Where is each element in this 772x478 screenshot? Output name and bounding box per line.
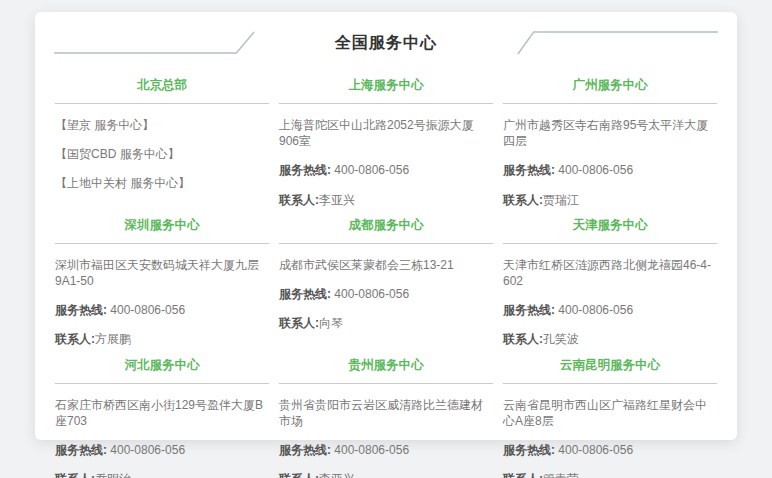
hotline-line: 服务热线: 400-0806-056: [279, 286, 493, 302]
contact-line: 联系人:李亚兴: [279, 471, 493, 478]
hotline-label: 服务热线:: [279, 163, 331, 177]
title-row: 全国服务中心: [53, 24, 719, 62]
contact-line: 联系人:贾瑞江: [503, 192, 717, 208]
address-line: 石家庄市桥西区南小街129号盈伴大厦B座703: [55, 397, 269, 429]
contact-line: 联系人:向琴: [279, 315, 493, 331]
hotline-line: 服务热线: 400-0806-056: [503, 302, 717, 318]
branch-guomao-cbd-line: 【国贸CBD 服务中心】: [55, 146, 269, 162]
branch-wangjing-value: 【望京 服务中心】: [55, 118, 154, 132]
address-line: 天津市红桥区涟源西路北侧龙禧园46-4-602: [503, 257, 717, 289]
address-line: 上海普陀区中山北路2052号振源大厦906室: [279, 117, 493, 149]
address-value: 贵州省贵阳市云岩区威清路比兰德建材市场: [279, 398, 483, 428]
service-center-name: 天津服务中心: [503, 208, 717, 244]
hotline-line: 服务热线: 400-0806-056: [503, 442, 717, 458]
hotline-line: 服务热线: 400-0806-056: [279, 162, 493, 178]
contact-line: 联系人:乔明治: [55, 471, 269, 478]
service-center-details: 【望京 服务中心】【国贸CBD 服务中心】【上地中关村 服务中心】: [55, 117, 269, 192]
service-center-name: 北京总部: [55, 68, 269, 104]
contact-line: 联系人:孔笑波: [503, 331, 717, 347]
hotline-label: 服务热线:: [503, 443, 555, 457]
service-center-card: 上海服务中心 上海普陀区中山北路2052号振源大厦906室服务热线: 400-0…: [277, 68, 495, 208]
address-value: 上海普陀区中山北路2052号振源大厦906室: [279, 118, 474, 148]
hotline-label: 服务热线:: [279, 287, 331, 301]
service-center-card: 云南昆明服务中心 云南省昆明市西山区广福路红星财会中心A座8层服务热线: 400…: [501, 348, 719, 478]
address-line: 贵州省贵阳市云岩区威清路比兰德建材市场: [279, 397, 493, 429]
contact-line: 联系人:管青荣: [503, 471, 717, 478]
page-title: 全国服务中心: [335, 33, 437, 54]
branch-wangjing-line: 【望京 服务中心】: [55, 117, 269, 133]
hotline-line: 服务热线: 400-0806-056: [55, 442, 269, 458]
contact-value: 乔明治: [95, 472, 131, 478]
hotline-line: 服务热线: 400-0806-056: [503, 162, 717, 178]
service-center-card: 贵州服务中心 贵州省贵阳市云岩区威清路比兰德建材市场服务热线: 400-0806…: [277, 348, 495, 478]
address-line: 深圳市福田区天安数码城天祥大厦九层9A1-50: [55, 257, 269, 289]
hotline-value: 400-0806-056: [107, 443, 185, 457]
service-center-name: 深圳服务中心: [55, 208, 269, 244]
hotline-value: 400-0806-056: [331, 287, 409, 301]
contact-value: 贾瑞江: [543, 193, 579, 207]
service-center-details: 广州市越秀区寺右南路95号太平洋大厦四层服务热线: 400-0806-056联系…: [503, 117, 717, 208]
hotline-value: 400-0806-056: [555, 163, 633, 177]
service-centers-grid: 北京总部 【望京 服务中心】【国贸CBD 服务中心】【上地中关村 服务中心】 上…: [53, 68, 719, 478]
contact-value: 李亚兴: [319, 472, 355, 478]
service-center-card: 北京总部 【望京 服务中心】【国贸CBD 服务中心】【上地中关村 服务中心】: [53, 68, 271, 208]
service-center-card: 河北服务中心 石家庄市桥西区南小街129号盈伴大厦B座703服务热线: 400-…: [53, 348, 271, 478]
contact-label: 联系人:: [503, 472, 543, 478]
contact-value: 管青荣: [543, 472, 579, 478]
address-value: 石家庄市桥西区南小街129号盈伴大厦B座703: [55, 398, 263, 428]
title-decoration-right-line: [517, 29, 719, 57]
hotline-label: 服务热线:: [503, 303, 555, 317]
contact-label: 联系人:: [279, 472, 319, 478]
service-center-name: 贵州服务中心: [279, 348, 493, 384]
contact-value: 李亚兴: [319, 193, 355, 207]
contact-label: 联系人:: [503, 332, 543, 346]
hotline-value: 400-0806-056: [555, 303, 633, 317]
contact-label: 联系人:: [279, 193, 319, 207]
service-center-details: 石家庄市桥西区南小街129号盈伴大厦B座703服务热线: 400-0806-05…: [55, 397, 269, 478]
hotline-value: 400-0806-056: [331, 443, 409, 457]
branch-guomao-cbd-value: 【国贸CBD 服务中心】: [55, 147, 180, 161]
service-center-card: 深圳服务中心 深圳市福田区天安数码城天祥大厦九层9A1-50服务热线: 400-…: [53, 208, 271, 348]
service-center-details: 上海普陀区中山北路2052号振源大厦906室服务热线: 400-0806-056…: [279, 117, 493, 208]
service-centers-panel: 全国服务中心 北京总部 【望京 服务中心】【国贸CBD 服务中心】【上地中关村 …: [35, 12, 737, 440]
service-center-name: 广州服务中心: [503, 68, 717, 104]
hotline-value: 400-0806-056: [107, 303, 185, 317]
address-value: 广州市越秀区寺右南路95号太平洋大厦四层: [503, 118, 708, 148]
hotline-label: 服务热线:: [279, 443, 331, 457]
service-center-name: 成都服务中心: [279, 208, 493, 244]
contact-value: 方展鹏: [95, 332, 131, 346]
hotline-label: 服务热线:: [55, 303, 107, 317]
hotline-value: 400-0806-056: [331, 163, 409, 177]
contact-label: 联系人:: [55, 332, 95, 346]
contact-value: 孔笑波: [543, 332, 579, 346]
address-value: 深圳市福田区天安数码城天祥大厦九层9A1-50: [55, 258, 259, 288]
service-center-name: 上海服务中心: [279, 68, 493, 104]
service-center-details: 成都市武侯区莱蒙都会三栋13-21服务热线: 400-0806-056联系人:向…: [279, 257, 493, 332]
hotline-line: 服务热线: 400-0806-056: [279, 442, 493, 458]
service-center-details: 天津市红桥区涟源西路北侧龙禧园46-4-602服务热线: 400-0806-05…: [503, 257, 717, 348]
hotline-line: 服务热线: 400-0806-056: [55, 302, 269, 318]
service-center-name: 云南昆明服务中心: [503, 348, 717, 384]
title-decoration-left-line: [53, 29, 255, 57]
service-center-name: 河北服务中心: [55, 348, 269, 384]
service-center-card: 天津服务中心 天津市红桥区涟源西路北侧龙禧园46-4-602服务热线: 400-…: [501, 208, 719, 348]
contact-value: 向琴: [319, 316, 343, 330]
address-line: 成都市武侯区莱蒙都会三栋13-21: [279, 257, 493, 273]
branch-shangdi-zhongguancun-value: 【上地中关村 服务中心】: [55, 176, 190, 190]
branch-shangdi-zhongguancun-line: 【上地中关村 服务中心】: [55, 175, 269, 191]
service-center-card: 成都服务中心 成都市武侯区莱蒙都会三栋13-21服务热线: 400-0806-0…: [277, 208, 495, 348]
service-center-details: 深圳市福田区天安数码城天祥大厦九层9A1-50服务热线: 400-0806-05…: [55, 257, 269, 348]
address-value: 云南省昆明市西山区广福路红星财会中心A座8层: [503, 398, 707, 428]
hotline-label: 服务热线:: [503, 163, 555, 177]
address-value: 天津市红桥区涟源西路北侧龙禧园46-4-602: [503, 258, 711, 288]
hotline-value: 400-0806-056: [555, 443, 633, 457]
contact-label: 联系人:: [55, 472, 95, 478]
service-center-details: 云南省昆明市西山区广福路红星财会中心A座8层服务热线: 400-0806-056…: [503, 397, 717, 478]
contact-label: 联系人:: [503, 193, 543, 207]
service-center-details: 贵州省贵阳市云岩区威清路比兰德建材市场服务热线: 400-0806-056联系人…: [279, 397, 493, 478]
contact-line: 联系人:李亚兴: [279, 192, 493, 208]
address-line: 广州市越秀区寺右南路95号太平洋大厦四层: [503, 117, 717, 149]
address-value: 成都市武侯区莱蒙都会三栋13-21: [279, 258, 454, 272]
contact-label: 联系人:: [279, 316, 319, 330]
contact-line: 联系人:方展鹏: [55, 331, 269, 347]
